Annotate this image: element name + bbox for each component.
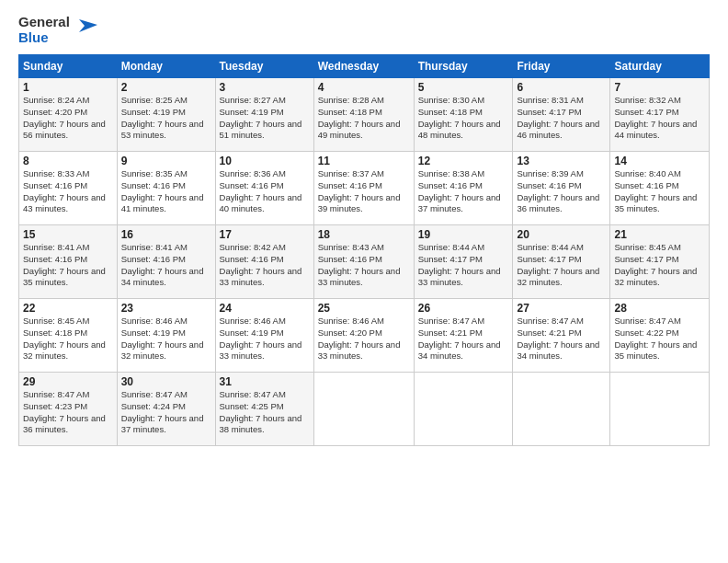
daylight-text: Daylight: 7 hours and 32 minutes. xyxy=(121,339,204,362)
sunrise-text: Sunrise: 8:46 AM xyxy=(121,316,188,326)
day-number: 19 xyxy=(418,228,509,241)
sunrise-text: Sunrise: 8:25 AM xyxy=(121,95,188,105)
day-number: 27 xyxy=(517,302,606,315)
sunset-text: Sunset: 4:16 PM xyxy=(121,254,186,264)
weekday-header-sunday: Sunday xyxy=(19,55,118,78)
day-cell: 6Sunrise: 8:31 AMSunset: 4:17 PMDaylight… xyxy=(513,78,610,152)
sunset-text: Sunset: 4:16 PM xyxy=(23,180,87,190)
day-info: Sunrise: 8:37 AMSunset: 4:16 PMDaylight:… xyxy=(318,168,410,215)
sunset-text: Sunset: 4:19 PM xyxy=(121,107,186,117)
day-cell: 29Sunrise: 8:47 AMSunset: 4:23 PMDayligh… xyxy=(19,373,118,446)
logo: General Blue xyxy=(18,15,97,45)
daylight-text: Daylight: 7 hours and 33 minutes. xyxy=(418,266,501,288)
day-cell: 28Sunrise: 8:47 AMSunset: 4:22 PMDayligh… xyxy=(610,299,710,373)
day-cell: 19Sunrise: 8:44 AMSunset: 4:17 PMDayligh… xyxy=(414,225,513,299)
sunrise-text: Sunrise: 8:37 AM xyxy=(318,168,384,178)
sunset-text: Sunset: 4:17 PM xyxy=(614,254,678,264)
sunrise-text: Sunrise: 8:47 AM xyxy=(23,389,89,399)
day-number: 16 xyxy=(121,228,211,241)
daylight-text: Daylight: 7 hours and 34 minutes. xyxy=(517,339,599,362)
day-info: Sunrise: 8:40 AMSunset: 4:16 PMDaylight:… xyxy=(614,168,705,215)
sunset-text: Sunset: 4:16 PM xyxy=(614,180,678,190)
empty-day-cell xyxy=(513,373,610,446)
day-info: Sunrise: 8:35 AMSunset: 4:16 PMDaylight:… xyxy=(121,168,211,215)
logo-blue-text: Blue xyxy=(18,30,49,46)
day-cell: 17Sunrise: 8:42 AMSunset: 4:16 PMDayligh… xyxy=(215,225,313,299)
sunset-text: Sunset: 4:16 PM xyxy=(23,254,87,264)
daylight-text: Daylight: 7 hours and 37 minutes. xyxy=(121,413,204,435)
sunset-text: Sunset: 4:21 PM xyxy=(418,327,483,338)
sunrise-text: Sunrise: 8:30 AM xyxy=(418,95,484,105)
svg-marker-0 xyxy=(79,19,97,32)
sunset-text: Sunset: 4:16 PM xyxy=(220,180,284,190)
daylight-text: Daylight: 7 hours and 33 minutes. xyxy=(220,339,302,362)
sunrise-text: Sunrise: 8:44 AM xyxy=(517,242,583,252)
calendar-week-row: 15Sunrise: 8:41 AMSunset: 4:16 PMDayligh… xyxy=(19,225,710,299)
day-number: 1 xyxy=(23,81,113,94)
sunset-text: Sunset: 4:18 PM xyxy=(318,107,382,117)
daylight-text: Daylight: 7 hours and 33 minutes. xyxy=(318,339,401,362)
day-cell: 16Sunrise: 8:41 AMSunset: 4:16 PMDayligh… xyxy=(117,225,215,299)
sunset-text: Sunset: 4:17 PM xyxy=(418,254,483,264)
day-info: Sunrise: 8:36 AMSunset: 4:16 PMDaylight:… xyxy=(220,168,310,215)
sunrise-text: Sunrise: 8:47 AM xyxy=(614,316,680,326)
sunrise-text: Sunrise: 8:31 AM xyxy=(517,95,583,105)
daylight-text: Daylight: 7 hours and 32 minutes. xyxy=(614,266,697,288)
day-number: 26 xyxy=(418,302,509,315)
day-cell: 27Sunrise: 8:47 AMSunset: 4:21 PMDayligh… xyxy=(513,299,610,373)
daylight-text: Daylight: 7 hours and 41 minutes. xyxy=(121,192,204,214)
day-number: 20 xyxy=(517,228,606,241)
day-info: Sunrise: 8:27 AMSunset: 4:19 PMDaylight:… xyxy=(220,95,310,142)
sunset-text: Sunset: 4:18 PM xyxy=(418,107,483,117)
sunset-text: Sunset: 4:24 PM xyxy=(121,401,186,411)
sunset-text: Sunset: 4:16 PM xyxy=(318,254,382,264)
day-cell: 3Sunrise: 8:27 AMSunset: 4:19 PMDaylight… xyxy=(215,78,313,152)
day-number: 28 xyxy=(614,302,705,315)
day-info: Sunrise: 8:47 AMSunset: 4:23 PMDaylight:… xyxy=(23,389,113,436)
daylight-text: Daylight: 7 hours and 32 minutes. xyxy=(517,266,599,288)
sunrise-text: Sunrise: 8:46 AM xyxy=(220,316,286,326)
day-info: Sunrise: 8:47 AMSunset: 4:25 PMDaylight:… xyxy=(220,389,310,436)
sunset-text: Sunset: 4:17 PM xyxy=(517,107,581,117)
day-info: Sunrise: 8:47 AMSunset: 4:21 PMDaylight:… xyxy=(418,316,509,362)
day-number: 29 xyxy=(23,375,113,388)
sunrise-text: Sunrise: 8:35 AM xyxy=(121,168,188,178)
sunrise-text: Sunrise: 8:38 AM xyxy=(418,168,484,178)
daylight-text: Daylight: 7 hours and 40 minutes. xyxy=(220,192,302,214)
day-number: 25 xyxy=(318,302,410,315)
calendar-week-row: 22Sunrise: 8:45 AMSunset: 4:18 PMDayligh… xyxy=(19,299,710,373)
calendar-week-row: 29Sunrise: 8:47 AMSunset: 4:23 PMDayligh… xyxy=(19,373,710,446)
day-info: Sunrise: 8:41 AMSunset: 4:16 PMDaylight:… xyxy=(121,242,211,289)
sunrise-text: Sunrise: 8:44 AM xyxy=(418,242,484,252)
day-cell: 1Sunrise: 8:24 AMSunset: 4:20 PMDaylight… xyxy=(19,78,118,152)
day-cell: 23Sunrise: 8:46 AMSunset: 4:19 PMDayligh… xyxy=(117,299,215,373)
sunset-text: Sunset: 4:19 PM xyxy=(121,327,186,338)
day-number: 18 xyxy=(318,228,410,241)
daylight-text: Daylight: 7 hours and 35 minutes. xyxy=(614,339,697,362)
logo-general-text: General xyxy=(18,15,70,30)
daylight-text: Daylight: 7 hours and 33 minutes. xyxy=(318,266,401,288)
sunrise-text: Sunrise: 8:46 AM xyxy=(318,316,384,326)
sunrise-text: Sunrise: 8:28 AM xyxy=(318,95,384,105)
day-cell: 21Sunrise: 8:45 AMSunset: 4:17 PMDayligh… xyxy=(610,225,710,299)
daylight-text: Daylight: 7 hours and 51 minutes. xyxy=(220,119,302,141)
day-cell: 25Sunrise: 8:46 AMSunset: 4:20 PMDayligh… xyxy=(313,299,414,373)
day-info: Sunrise: 8:46 AMSunset: 4:19 PMDaylight:… xyxy=(121,316,211,362)
weekday-header-wednesday: Wednesday xyxy=(313,55,414,78)
sunset-text: Sunset: 4:25 PM xyxy=(220,401,284,411)
day-cell: 10Sunrise: 8:36 AMSunset: 4:16 PMDayligh… xyxy=(215,152,313,225)
sunrise-text: Sunrise: 8:47 AM xyxy=(517,316,583,326)
day-cell: 18Sunrise: 8:43 AMSunset: 4:16 PMDayligh… xyxy=(313,225,414,299)
sunset-text: Sunset: 4:16 PM xyxy=(121,180,186,190)
sunrise-text: Sunrise: 8:41 AM xyxy=(23,242,89,252)
daylight-text: Daylight: 7 hours and 35 minutes. xyxy=(614,192,697,214)
sunrise-text: Sunrise: 8:32 AM xyxy=(614,95,680,105)
day-number: 6 xyxy=(517,81,606,94)
day-number: 30 xyxy=(121,375,211,388)
day-info: Sunrise: 8:47 AMSunset: 4:21 PMDaylight:… xyxy=(517,316,606,362)
sunset-text: Sunset: 4:21 PM xyxy=(517,327,581,338)
daylight-text: Daylight: 7 hours and 34 minutes. xyxy=(418,339,501,362)
day-number: 31 xyxy=(220,375,310,388)
day-info: Sunrise: 8:38 AMSunset: 4:16 PMDaylight:… xyxy=(418,168,509,215)
sunrise-text: Sunrise: 8:33 AM xyxy=(23,168,89,178)
